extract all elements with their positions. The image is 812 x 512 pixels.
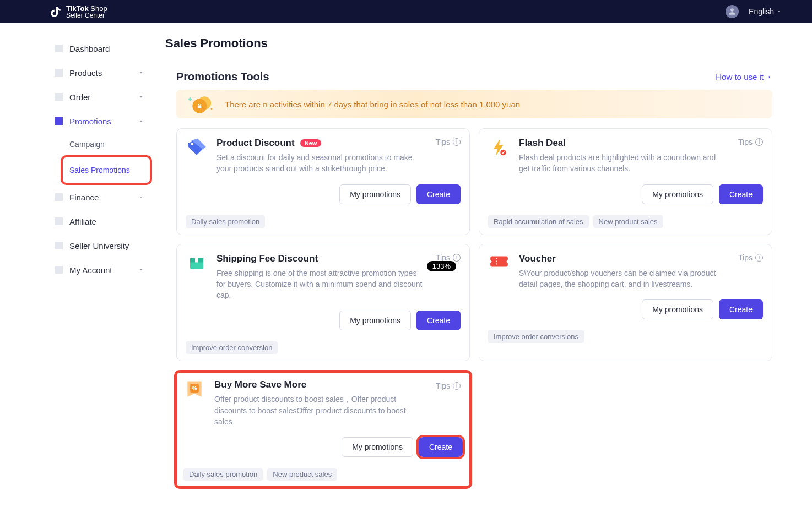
language-label: English xyxy=(749,7,774,16)
card-tag: Daily sales promotion xyxy=(183,468,263,481)
sidebar-item-label: Promotions xyxy=(69,117,111,126)
my-promotions-button[interactable]: My promotions xyxy=(342,437,413,457)
how-to-use-link[interactable]: How to use it xyxy=(716,72,772,81)
card-tag: Improve order conversion xyxy=(186,341,278,354)
card-description: Set a discount for daily and seasonal pr… xyxy=(216,152,426,175)
svg-rect-9 xyxy=(195,258,198,263)
sidebar-item-products[interactable]: Products xyxy=(55,61,149,85)
sidebar-subitem-label: Campaign xyxy=(69,140,105,149)
sidebar-item-order[interactable]: Order xyxy=(55,85,149,109)
app-header: TikTok Shop Seller Center English xyxy=(0,0,812,23)
my-promotions-button[interactable]: My promotions xyxy=(339,184,411,204)
sidebar-subitem-campaign[interactable]: Campaign xyxy=(69,133,149,155)
sidebar-item-label: Finance xyxy=(69,193,99,202)
sidebar-item-label: Products xyxy=(69,68,102,78)
card-description: S\Your product/shop vouchers can be clai… xyxy=(519,268,728,290)
tips-link[interactable]: Tips i xyxy=(436,138,461,146)
card-description: Offer product discounts to boost sales，O… xyxy=(214,394,424,427)
box-icon xyxy=(186,253,208,275)
tips-link[interactable]: Tips i xyxy=(436,382,461,390)
sidebar-item-label: Dashboard xyxy=(69,44,110,53)
nav-bullet-icon xyxy=(55,93,63,101)
tips-label: Tips xyxy=(436,382,450,390)
sidebar-subitem-sales-promotions[interactable]: Sales Promotions xyxy=(61,155,152,185)
tags-icon xyxy=(186,138,208,160)
sidebar-item-label: Affiliate xyxy=(69,217,96,226)
svg-marker-0 xyxy=(188,97,192,101)
card-shipping-fee-discount: Tips i Shipping Fee Discount xyxy=(176,244,470,362)
sidebar-item-label: Order xyxy=(69,92,90,102)
sidebar-item-dashboard[interactable]: Dashboard xyxy=(55,36,149,61)
card-title: Voucher xyxy=(519,253,556,264)
tips-label: Tips xyxy=(738,253,753,262)
logo-text: TikTok Shop Seller Center xyxy=(66,5,107,19)
activity-banner: ¥ There are n activities within 7 days t… xyxy=(176,90,772,118)
chevron-down-icon xyxy=(138,266,144,273)
sidebar-item-label: My Account xyxy=(69,265,112,275)
new-badge: New xyxy=(300,139,322,147)
my-promotions-button[interactable]: My promotions xyxy=(642,184,713,204)
create-button[interactable]: Create xyxy=(416,184,461,204)
sidebar-item-label: Seller University xyxy=(69,241,129,250)
card-title: Flash Deal xyxy=(519,138,566,149)
nav-bullet-icon xyxy=(55,217,63,225)
nav-bullet-icon xyxy=(55,117,63,125)
card-title: Buy More Save More xyxy=(214,379,306,390)
svg-point-12 xyxy=(506,260,509,263)
nav-bullet-icon xyxy=(55,45,63,52)
nav-bullet-icon xyxy=(55,69,63,77)
sidebar: Dashboard Products Order Promotions xyxy=(0,36,154,511)
svg-rect-10 xyxy=(490,256,508,266)
tiktok-logo-icon xyxy=(50,6,62,18)
card-tag: New product sales xyxy=(593,215,663,228)
info-icon: i xyxy=(453,254,461,262)
card-flash-deal: Tips i Flash Deal xyxy=(479,128,772,235)
language-switcher[interactable]: English xyxy=(749,7,782,16)
section-title: Promotions Tools xyxy=(176,70,269,83)
chevron-down-icon xyxy=(138,194,144,200)
sidebar-item-seller-university[interactable]: Seller University xyxy=(55,233,149,258)
zoom-badge: 133% xyxy=(427,261,456,271)
info-icon: i xyxy=(453,138,461,146)
sidebar-item-my-account[interactable]: My Account xyxy=(55,258,149,282)
percent-icon: % xyxy=(183,379,205,401)
create-button[interactable]: Create xyxy=(416,311,461,330)
banner-text: There are n activities within 7 days tha… xyxy=(225,100,520,109)
card-tag: New product sales xyxy=(267,468,337,481)
sidebar-subitem-label: Sales Promotions xyxy=(69,166,130,175)
chevron-up-icon xyxy=(138,118,144,124)
svg-point-11 xyxy=(489,260,492,263)
card-title: Shipping Fee Discount xyxy=(216,253,318,264)
create-button[interactable]: Create xyxy=(719,299,763,319)
card-tag: Daily sales promotion xyxy=(186,215,265,228)
cards-grid: Tips i Product Discount New xyxy=(176,128,772,489)
card-description: Free shipping is one of the most attract… xyxy=(216,268,426,301)
tips-label: Tips xyxy=(738,138,753,146)
chevron-down-icon xyxy=(776,9,782,14)
svg-marker-4 xyxy=(210,108,212,110)
logo: TikTok Shop Seller Center xyxy=(50,5,107,19)
svg-text:¥: ¥ xyxy=(198,102,202,110)
avatar[interactable] xyxy=(726,5,739,18)
info-icon: i xyxy=(755,254,763,262)
create-button[interactable]: Create xyxy=(419,437,463,457)
tips-link[interactable]: Tips i xyxy=(738,253,763,262)
sidebar-item-promotions[interactable]: Promotions xyxy=(55,109,149,133)
sidebar-item-finance[interactable]: Finance xyxy=(55,185,149,209)
nav-bullet-icon xyxy=(55,242,63,249)
my-promotions-button[interactable]: My promotions xyxy=(642,299,713,319)
bolt-icon xyxy=(488,138,510,160)
main-content: Sales Promotions Promotions Tools How to… xyxy=(154,36,812,511)
info-icon: i xyxy=(453,382,461,390)
my-promotions-button[interactable]: My promotions xyxy=(339,311,411,330)
chevron-down-icon xyxy=(138,94,144,100)
chevron-right-icon xyxy=(767,74,772,80)
sidebar-item-affiliate[interactable]: Affiliate xyxy=(55,209,149,233)
coins-icon: ¥ xyxy=(186,94,215,114)
create-button[interactable]: Create xyxy=(719,184,763,204)
tips-link[interactable]: Tips i xyxy=(738,138,763,146)
info-icon: i xyxy=(755,138,763,146)
nav-bullet-icon xyxy=(55,266,63,274)
ticket-icon xyxy=(488,253,510,275)
nav-bullet-icon xyxy=(55,193,63,201)
